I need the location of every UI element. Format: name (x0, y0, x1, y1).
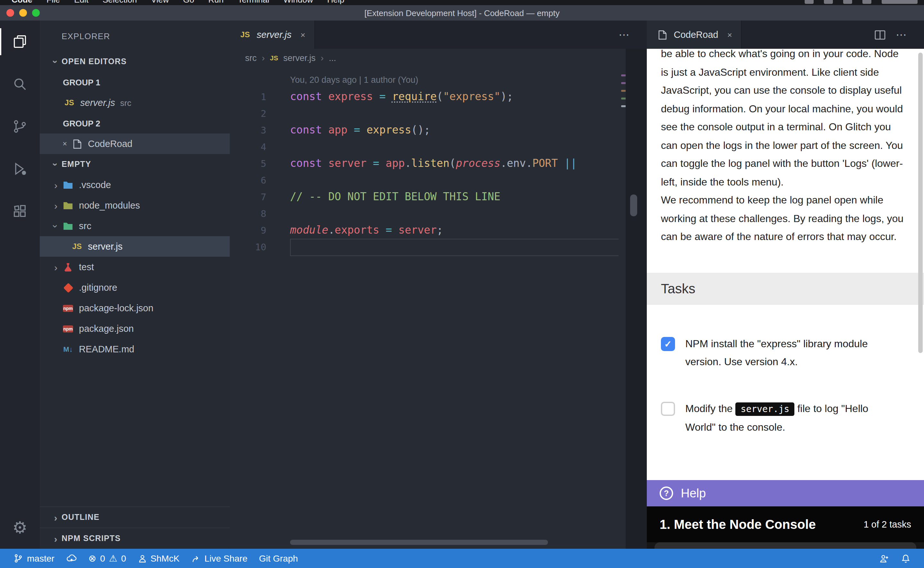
code-line[interactable]: 4 (230, 139, 626, 155)
live-share-label: Live Share (204, 553, 247, 563)
branch-indicator[interactable]: master (8, 549, 60, 568)
webview-scrollbar[interactable] (918, 53, 923, 353)
tree-item-package-lock[interactable]: › npm package-lock.json (40, 298, 230, 318)
account-item[interactable]: ShMcK (132, 549, 185, 568)
close-editor-icon[interactable]: × (59, 139, 71, 148)
help-label: Help (681, 486, 706, 500)
menu-item-go[interactable]: Go (183, 0, 194, 4)
menu-item-help[interactable]: Help (327, 0, 345, 4)
problems-indicator[interactable]: ⊗ 0 ⚠ 0 (83, 549, 132, 568)
tree-item-test[interactable]: › test (40, 257, 230, 277)
menu-item-terminal[interactable]: Terminal (238, 0, 269, 4)
code-editor[interactable]: You, 20 days ago | 1 author (You) 1const… (230, 67, 626, 549)
tree-item-node-modules[interactable]: › node_modules (40, 195, 230, 216)
tasks-title: Tasks (661, 281, 695, 296)
activity-bar: ⚙ (0, 21, 40, 549)
line-number: 10 (230, 239, 266, 255)
open-editor-serverjs[interactable]: JS server.js src (40, 92, 230, 113)
menu-item-selection[interactable]: Selection (102, 0, 137, 4)
live-share-button[interactable]: Live Share (185, 549, 253, 568)
line-number: 5 (230, 155, 266, 172)
vertical-scrollbar[interactable] (630, 195, 637, 216)
warning-count: 0 (121, 553, 127, 563)
tree-item-src[interactable]: › src (40, 216, 230, 236)
zoom-window-button[interactable] (32, 9, 40, 17)
js-file-icon: JS (270, 54, 278, 62)
code-line[interactable]: 7// -- DO NOT EDIT BELOW THIS LINE (230, 189, 626, 205)
tree-item-gitignore[interactable]: › .gitignore (40, 277, 230, 298)
git-graph-button[interactable]: Git Graph (253, 549, 303, 568)
source-control-icon[interactable] (0, 105, 40, 148)
panel-more-actions-icon[interactable]: ⋯ (896, 28, 907, 41)
code-text: const app = express(); (290, 122, 430, 139)
editor-content[interactable]: src › JS server.js › ... You, 20 days ag… (230, 49, 647, 549)
run-debug-icon[interactable] (0, 148, 40, 190)
tree-item-package-json[interactable]: › npm package.json (40, 318, 230, 339)
code-line[interactable]: 1const express = require("express"); (230, 89, 626, 105)
breadcrumb-separator-icon: › (321, 53, 324, 63)
open-editor-description: src (120, 98, 131, 107)
close-tab-icon[interactable]: × (301, 30, 305, 39)
close-window-button[interactable] (6, 9, 14, 17)
extensions-icon[interactable] (0, 190, 40, 232)
breadcrumb-folder[interactable]: src (245, 53, 257, 63)
help-bar[interactable]: ? Help (647, 480, 924, 506)
split-editor-icon[interactable] (874, 30, 885, 39)
code-line[interactable]: 3const app = express(); (230, 122, 626, 139)
blame-annotation-row: You, 20 days ago | 1 author (You) (230, 72, 626, 89)
sync-changes-button[interactable] (60, 549, 83, 568)
tree-item-serverjs[interactable]: › JS server.js (40, 236, 230, 257)
npm-icon: npm (62, 302, 74, 314)
close-tab-icon[interactable]: × (727, 30, 732, 39)
code-text: // -- DO NOT EDIT BELOW THIS LINE (290, 189, 500, 205)
menu-item-edit[interactable]: Edit (74, 0, 89, 4)
editor-actions-more-icon[interactable]: ⋯ (619, 28, 630, 41)
task-checkbox-checked[interactable]: ✓ (661, 337, 675, 351)
lesson-footer[interactable]: 1. Meet the Node Console 1 of 2 tasks (647, 506, 924, 542)
workspace-header[interactable]: › EMPTY (40, 154, 230, 175)
code-line[interactable]: 2 (230, 105, 626, 122)
task-text: NPM install the "express" library module… (685, 335, 900, 370)
menu-item-code[interactable]: Code (12, 0, 32, 4)
tree-item-readme[interactable]: › M↓ README.md (40, 339, 230, 360)
menu-item-file[interactable]: File (47, 0, 60, 4)
code-line[interactable]: 9module.exports = server; (230, 222, 626, 239)
minimize-window-button[interactable] (19, 9, 27, 17)
window-titlebar: [Extension Development Host] - CodeRoad … (0, 5, 924, 21)
coderoad-panel: CodeRoad × ⋯ be able to check what's goi… (647, 21, 924, 549)
menu-item-view[interactable]: View (151, 0, 169, 4)
settings-gear-icon[interactable]: ⚙ (0, 506, 40, 549)
menu-item-window[interactable]: Window (283, 0, 313, 4)
chevron-right-icon: › (50, 261, 62, 272)
task-checkbox-unchecked[interactable] (661, 402, 675, 416)
breadcrumb-separator-icon: › (262, 53, 265, 63)
open-editor-coderoad[interactable]: × CodeRoad (40, 133, 230, 154)
explorer-icon[interactable] (0, 21, 40, 63)
js-file-icon: JS (239, 29, 252, 41)
coderoad-webview: be able to check what's going on in your… (647, 49, 924, 549)
tab-serverjs[interactable]: JS server.js × (230, 21, 315, 49)
breadcrumb-file[interactable]: server.js (283, 53, 316, 63)
next-lesson-card[interactable] (654, 542, 916, 549)
gitlens-blame[interactable]: You, 20 days ago | 1 author (You) (290, 72, 418, 89)
code-line[interactable]: 6 (230, 172, 626, 189)
breadcrumb-more[interactable]: ... (329, 53, 336, 63)
open-editors-group2: GROUP 2 (40, 113, 230, 133)
notifications-bell-icon[interactable] (895, 549, 916, 568)
code-line[interactable]: 8 (230, 205, 626, 222)
code-line[interactable]: 5const server = app.listen(process.env.P… (230, 155, 626, 172)
outline-header[interactable]: › OUTLINE (40, 506, 230, 527)
npm-scripts-header[interactable]: › NPM SCRIPTS (40, 527, 230, 549)
tree-item-vscode[interactable]: › .vscode (40, 175, 230, 195)
live-share-contacts-icon[interactable] (873, 549, 895, 568)
search-icon[interactable] (0, 63, 40, 105)
tasks-header: Tasks (647, 273, 924, 305)
test-flask-icon (62, 261, 74, 273)
breadcrumb: src › JS server.js › ... (230, 49, 647, 67)
tab-coderoad[interactable]: CodeRoad × (647, 21, 742, 49)
open-editors-header[interactable]: › OPEN EDITORS (40, 51, 230, 72)
horizontal-scrollbar[interactable] (290, 540, 548, 545)
menu-item-run[interactable]: Run (208, 0, 224, 4)
code-line[interactable]: 10 (230, 239, 626, 255)
lesson-paragraph: We recommend to keep the log panel open … (661, 191, 907, 246)
